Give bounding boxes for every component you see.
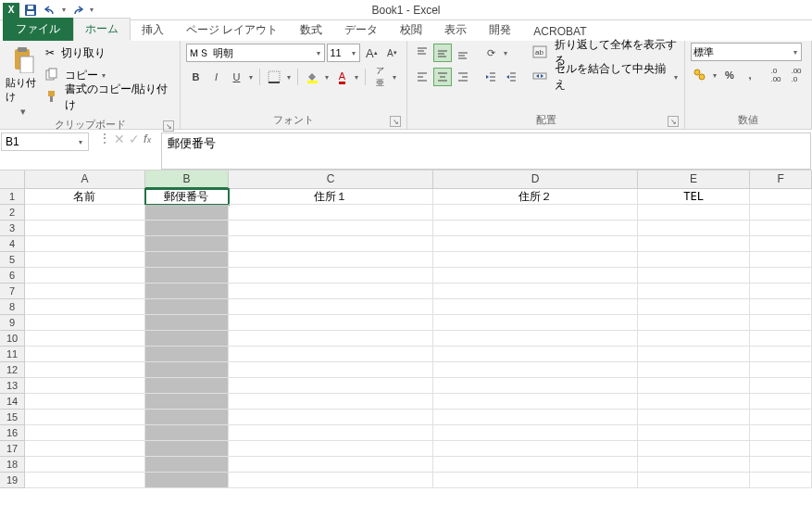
- row-header[interactable]: 18: [0, 457, 25, 473]
- cell-F13[interactable]: [750, 378, 812, 394]
- cell-B14[interactable]: [145, 394, 229, 410]
- cell-A17[interactable]: [25, 441, 145, 457]
- row-header[interactable]: 15: [0, 410, 25, 425]
- tab-home[interactable]: ホーム: [73, 18, 131, 41]
- cell-D15[interactable]: [433, 410, 638, 425]
- row-header[interactable]: 12: [0, 362, 25, 378]
- cell-C6[interactable]: [229, 268, 433, 284]
- row-header[interactable]: 3: [0, 221, 25, 236]
- cell-B4[interactable]: [145, 236, 229, 252]
- name-box[interactable]: B1▾: [1, 132, 89, 151]
- cell-C1[interactable]: 住所１: [229, 189, 433, 205]
- cell-D19[interactable]: [433, 473, 638, 488]
- accounting-format-icon[interactable]: [691, 66, 709, 84]
- cell-D8[interactable]: [433, 299, 638, 315]
- cell-D2[interactable]: [433, 205, 638, 221]
- cell-F2[interactable]: [750, 205, 812, 221]
- cut-button[interactable]: ✂ 切り取り: [45, 43, 175, 63]
- cell-B3[interactable]: [145, 221, 229, 236]
- tab-page-layout[interactable]: ページ レイアウト: [175, 19, 289, 41]
- cell-A2[interactable]: [25, 205, 145, 221]
- cell-A13[interactable]: [25, 378, 145, 394]
- cell-D13[interactable]: [433, 378, 638, 394]
- cell-C19[interactable]: [229, 473, 433, 488]
- font-launcher-icon[interactable]: ↘: [390, 116, 401, 127]
- align-middle-icon[interactable]: [433, 44, 452, 62]
- select-all-corner[interactable]: [0, 170, 25, 189]
- cancel-icon[interactable]: ✕: [114, 132, 125, 146]
- cell-C11[interactable]: [229, 347, 433, 362]
- cell-D3[interactable]: [433, 221, 638, 236]
- row-header[interactable]: 9: [0, 315, 25, 331]
- cell-B9[interactable]: [145, 315, 229, 331]
- cell-F6[interactable]: [750, 268, 812, 284]
- row-header[interactable]: 7: [0, 284, 25, 299]
- tab-review[interactable]: 校閲: [389, 19, 433, 41]
- cell-C4[interactable]: [229, 236, 433, 252]
- align-left-icon[interactable]: [413, 68, 431, 86]
- cell-A11[interactable]: [25, 347, 145, 362]
- cell-D9[interactable]: [433, 315, 638, 331]
- row-header[interactable]: 17: [0, 441, 25, 457]
- row-header[interactable]: 16: [0, 425, 25, 441]
- cell-C16[interactable]: [229, 425, 433, 441]
- cell-A5[interactable]: [25, 252, 145, 268]
- percent-icon[interactable]: %: [720, 66, 739, 84]
- cell-A8[interactable]: [25, 299, 145, 315]
- col-header-E[interactable]: E: [638, 170, 750, 189]
- number-format-combo[interactable]: 標準▾: [691, 43, 802, 61]
- col-header-D[interactable]: D: [433, 170, 638, 189]
- decrease-font-icon[interactable]: A▾: [382, 44, 401, 62]
- cell-E7[interactable]: [638, 284, 750, 299]
- row-header[interactable]: 11: [0, 347, 25, 362]
- row-header[interactable]: 10: [0, 331, 25, 347]
- cell-C14[interactable]: [229, 394, 433, 410]
- undo-icon[interactable]: [41, 2, 59, 19]
- comma-icon[interactable]: ,: [741, 66, 759, 84]
- paste-button[interactable]: 貼り付け ▾: [6, 43, 42, 118]
- increase-font-icon[interactable]: A▴: [362, 44, 381, 62]
- cell-A3[interactable]: [25, 221, 145, 236]
- phonetic-icon[interactable]: ア亜: [370, 68, 389, 86]
- align-top-icon[interactable]: [413, 44, 431, 62]
- indent-decrease-icon[interactable]: [481, 68, 500, 86]
- format-painter-button[interactable]: 書式のコピー/貼り付け: [45, 87, 175, 107]
- underline-button[interactable]: U: [227, 68, 245, 86]
- cell-B12[interactable]: [145, 362, 229, 378]
- cell-B2[interactable]: [145, 205, 229, 221]
- cell-C2[interactable]: [229, 205, 433, 221]
- cell-F14[interactable]: [750, 394, 812, 410]
- cell-D4[interactable]: [433, 236, 638, 252]
- cell-A12[interactable]: [25, 362, 145, 378]
- cell-D12[interactable]: [433, 362, 638, 378]
- cell-B10[interactable]: [145, 331, 229, 347]
- cell-E8[interactable]: [638, 299, 750, 315]
- col-header-A[interactable]: A: [25, 170, 145, 189]
- cell-A6[interactable]: [25, 268, 145, 284]
- cell-E17[interactable]: [638, 441, 750, 457]
- cell-A1[interactable]: 名前: [25, 189, 145, 205]
- bold-button[interactable]: B: [186, 68, 205, 86]
- border-icon[interactable]: [265, 68, 283, 86]
- row-header[interactable]: 2: [0, 205, 25, 221]
- fill-color-icon[interactable]: [303, 68, 321, 86]
- row-header[interactable]: 13: [0, 378, 25, 394]
- cell-E13[interactable]: [638, 378, 750, 394]
- wrap-text-button[interactable]: ab 折り返して全体を表示する: [532, 43, 679, 63]
- cell-E9[interactable]: [638, 315, 750, 331]
- cell-A4[interactable]: [25, 236, 145, 252]
- cell-D17[interactable]: [433, 441, 638, 457]
- row-header[interactable]: 6: [0, 268, 25, 284]
- cell-E5[interactable]: [638, 252, 750, 268]
- cell-C8[interactable]: [229, 299, 433, 315]
- enter-icon[interactable]: ✓: [129, 132, 140, 146]
- cell-B13[interactable]: [145, 378, 229, 394]
- cell-C18[interactable]: [229, 457, 433, 473]
- cell-C13[interactable]: [229, 378, 433, 394]
- tab-formulas[interactable]: 数式: [289, 19, 333, 41]
- cell-F7[interactable]: [750, 284, 812, 299]
- cell-F4[interactable]: [750, 236, 812, 252]
- cell-F17[interactable]: [750, 441, 812, 457]
- qat-customize-icon[interactable]: ▾: [88, 2, 95, 19]
- tab-insert[interactable]: 挿入: [131, 19, 175, 41]
